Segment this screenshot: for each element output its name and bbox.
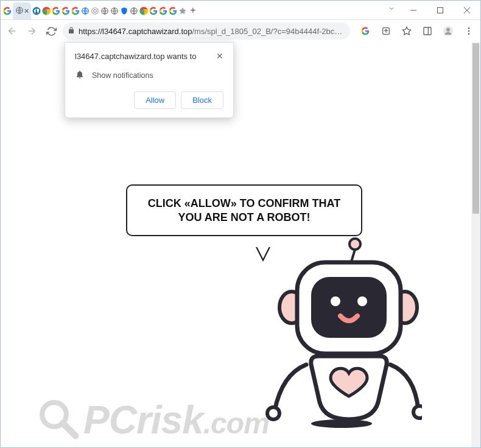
tab[interactable] (71, 2, 80, 19)
tabstrip: ✕ (1, 1, 186, 19)
svg-point-28 (349, 239, 360, 250)
tab[interactable] (52, 2, 60, 19)
svg-point-27 (468, 33, 470, 35)
tab[interactable] (149, 2, 158, 19)
reload-button[interactable] (43, 23, 59, 39)
share-icon[interactable] (378, 23, 394, 39)
block-button[interactable]: Block (181, 91, 223, 109)
translate-icon[interactable] (357, 23, 373, 39)
tab[interactable] (130, 2, 138, 19)
close-icon[interactable]: ✕ (24, 7, 29, 15)
speech-bubble: CLICK «ALLOW» TO CONFIRM THAT YOU ARE NO… (126, 184, 362, 236)
sidepanel-icon[interactable] (420, 23, 435, 39)
forward-button[interactable] (24, 23, 40, 39)
url-text: https://l34647.captchawizard.top/ms/spl_… (79, 27, 345, 36)
tab-active[interactable]: ✕ (13, 2, 31, 19)
tab[interactable] (91, 2, 99, 19)
bell-icon (75, 69, 85, 82)
svg-rect-21 (424, 27, 431, 35)
tab[interactable] (100, 2, 109, 19)
addressbar[interactable]: https://l34647.captchawizard.top/ms/spl_… (63, 23, 350, 40)
svg-rect-33 (311, 277, 387, 338)
tab[interactable] (42, 2, 51, 19)
allow-button[interactable]: Allow (134, 91, 176, 109)
scrollbar[interactable] (471, 42, 480, 447)
tab[interactable] (110, 2, 119, 19)
bookmark-icon[interactable] (399, 23, 415, 39)
watermark-text: PCrisk.com (83, 397, 269, 443)
robot-shadow (311, 419, 372, 428)
tab[interactable] (159, 2, 167, 19)
tab[interactable] (61, 2, 70, 19)
browser-window: ✕ + https://l34647.captchawizard.top/ms (0, 0, 481, 448)
svg-line-39 (63, 423, 75, 436)
page-content: l34647.captchawizard.top wants to ✕ Show… (1, 42, 480, 447)
watermark: PCrisk.com (37, 397, 269, 443)
permission-text: Show notifications (92, 71, 153, 80)
svg-point-35 (357, 296, 367, 306)
svg-rect-17 (438, 7, 443, 13)
toolbar: https://l34647.captchawizard.top/ms/spl_… (1, 20, 480, 42)
svg-point-26 (468, 30, 470, 32)
tab[interactable] (3, 2, 12, 19)
minimize-button[interactable] (400, 1, 427, 19)
tab[interactable] (81, 2, 90, 19)
svg-point-34 (331, 296, 340, 306)
permission-dialog: l34647.captchawizard.top wants to ✕ Show… (65, 42, 234, 118)
svg-point-7 (94, 10, 97, 13)
permission-title: l34647.captchawizard.top wants to (75, 51, 196, 62)
maximize-button[interactable] (427, 1, 454, 19)
svg-point-36 (267, 407, 279, 419)
svg-point-1 (33, 7, 41, 15)
robot-illustration (264, 236, 422, 436)
page-icon (15, 6, 24, 16)
close-button[interactable] (454, 1, 480, 19)
back-button[interactable] (4, 23, 20, 39)
profile-icon[interactable] (440, 23, 456, 39)
window-controls (400, 1, 480, 19)
menu-icon[interactable] (461, 23, 477, 39)
tab[interactable] (32, 2, 41, 19)
svg-point-25 (468, 27, 470, 29)
tab[interactable] (139, 2, 148, 19)
close-icon[interactable]: ✕ (216, 51, 223, 61)
svg-point-37 (413, 406, 422, 418)
tab[interactable] (120, 2, 128, 19)
tab[interactable] (178, 2, 186, 19)
tab[interactable] (169, 2, 177, 19)
svg-point-24 (446, 28, 450, 32)
chevron-down-icon[interactable] (383, 1, 400, 16)
svg-point-6 (92, 8, 99, 15)
toolbar-right (357, 23, 477, 39)
magnifier-icon (37, 397, 80, 443)
new-tab-button[interactable]: + (186, 1, 200, 19)
speech-text: CLICK «ALLOW» TO CONFIRM THAT YOU ARE NO… (138, 197, 350, 224)
titlebar: ✕ + (1, 1, 480, 20)
scrollbar-thumb[interactable] (472, 43, 479, 214)
lock-icon (68, 27, 75, 36)
